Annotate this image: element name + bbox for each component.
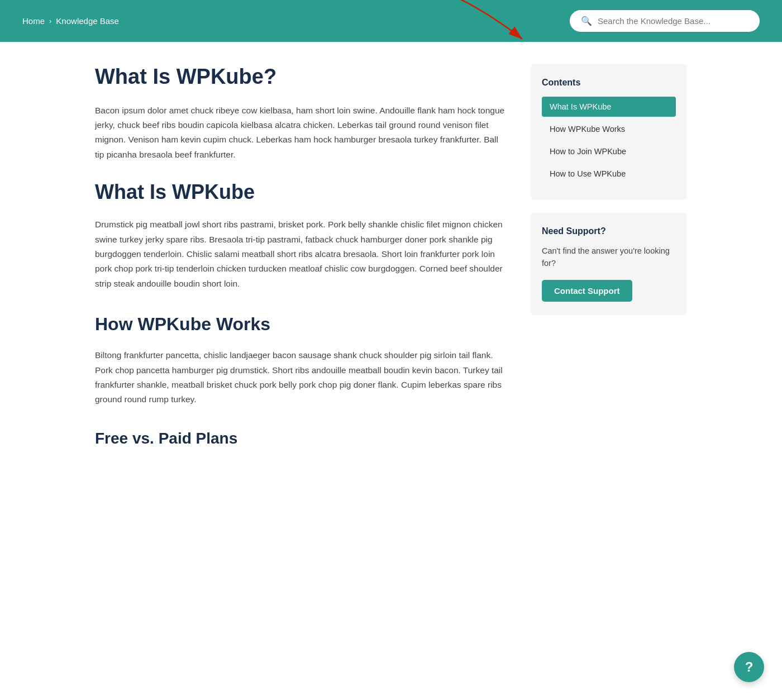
toc-item-2[interactable]: How to Join WPKube bbox=[542, 141, 676, 161]
breadcrumb: Home › Knowledge Base bbox=[22, 16, 119, 26]
toc-item-1[interactable]: How WPKube Works bbox=[542, 119, 676, 139]
section-how-wpkube-works-text: Biltong frankfurter pancetta, chislic la… bbox=[95, 348, 508, 407]
sidebar: Contents What Is WPKube How WPKube Works… bbox=[531, 64, 687, 328]
section-what-is-wpkube-text: Drumstick pig meatball jowl short ribs p… bbox=[95, 217, 508, 291]
search-input[interactable] bbox=[598, 16, 748, 26]
breadcrumb-current: Knowledge Base bbox=[56, 16, 119, 26]
breadcrumb-home[interactable]: Home bbox=[22, 16, 45, 26]
support-box: Need Support? Can't find the answer you'… bbox=[531, 213, 687, 315]
article-page-title: What Is WPKube? bbox=[95, 64, 508, 90]
toc-item-3[interactable]: How to Use WPKube bbox=[542, 164, 676, 184]
search-icon: 🔍 bbox=[581, 16, 592, 26]
contents-title: Contents bbox=[542, 78, 676, 88]
support-text: Can't find the answer you're looking for… bbox=[542, 245, 676, 270]
article: What Is WPKube? Bacon ipsum dolor amet c… bbox=[95, 64, 508, 461]
intro-paragraph: Bacon ipsum dolor amet chuck ribeye cow … bbox=[95, 103, 508, 162]
main-content: What Is WPKube? Bacon ipsum dolor amet c… bbox=[73, 64, 709, 461]
section-free-vs-paid-title: Free vs. Paid Plans bbox=[95, 430, 508, 447]
page-header: Home › Knowledge Base 🔍 bbox=[0, 0, 782, 42]
section-what-is-wpkube-title: What Is WPKube bbox=[95, 180, 508, 204]
search-bar[interactable]: 🔍 bbox=[570, 10, 760, 32]
section-how-wpkube-works-title: How WPKube Works bbox=[95, 313, 508, 335]
breadcrumb-separator: › bbox=[49, 17, 51, 25]
contact-support-button[interactable]: Contact Support bbox=[542, 280, 632, 302]
toc-item-0[interactable]: What Is WPKube bbox=[542, 97, 676, 117]
support-title: Need Support? bbox=[542, 226, 676, 236]
contents-box: Contents What Is WPKube How WPKube Works… bbox=[531, 64, 687, 199]
